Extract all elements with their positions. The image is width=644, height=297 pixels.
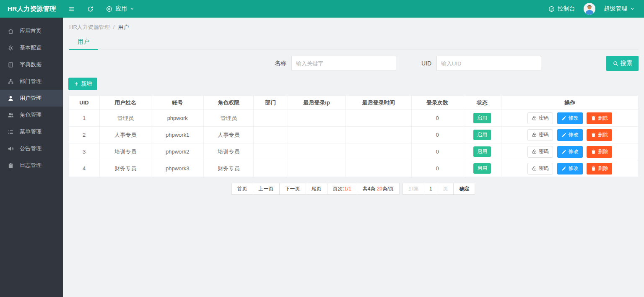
cell-status: 启用 — [463, 160, 501, 177]
sidebar-item-user[interactable]: 用户管理 — [0, 90, 63, 107]
breadcrumb-root[interactable]: HR人力资源管理 — [69, 24, 110, 30]
password-button[interactable]: 密码 — [527, 112, 553, 124]
plus-icon — [74, 81, 79, 86]
main-content: HR人力资源管理/用户 用户 名称 UID 搜索 新增 UID用户姓名账号角色权… — [63, 18, 644, 297]
user-icon — [8, 95, 14, 102]
add-button[interactable]: 新增 — [68, 78, 97, 90]
column-header: 最后登录ip — [288, 96, 345, 110]
page-last-button[interactable]: 尾页 — [306, 183, 327, 195]
cell-account: phpwork2 — [151, 143, 204, 160]
delete-button[interactable]: 删除 — [587, 129, 612, 141]
sidebar-item-sitemap[interactable]: 部门管理 — [0, 73, 63, 90]
tab-users[interactable]: 用户 — [69, 35, 98, 50]
page-info: 页次:1/1 — [327, 183, 357, 195]
cell-last-login-time — [345, 110, 411, 127]
search-button[interactable]: 搜索 — [606, 56, 639, 71]
password-button[interactable]: 密码 — [527, 129, 553, 141]
sidebar-item-book[interactable]: 字典数据 — [0, 56, 63, 73]
total-info: 共4条 20条/页 — [357, 183, 400, 195]
sidebar-item-speaker[interactable]: 公告管理 — [0, 140, 63, 157]
goto-prefix-label: 到第 — [402, 183, 424, 195]
page-first-button[interactable]: 首页 — [231, 183, 253, 195]
sidebar-item-log[interactable]: 日志管理 — [0, 157, 63, 174]
table-row: 4 财务专员 phpwork3 财务专员 0 启用 密码 修改 删除 — [69, 160, 639, 177]
column-header: 状态 — [463, 96, 501, 110]
chevron-down-icon — [130, 6, 135, 11]
column-header: 账号 — [151, 96, 204, 110]
sidebar-item-label: 应用首页 — [20, 27, 42, 35]
goto-confirm-button[interactable]: 确定 — [453, 183, 475, 195]
refresh-icon[interactable] — [87, 5, 94, 13]
uid-field-label: UID — [421, 60, 431, 67]
trash-icon — [591, 149, 596, 154]
cell-role: 管理员 — [204, 110, 254, 127]
sidebar-item-label: 部门管理 — [20, 78, 42, 85]
trash-icon — [591, 115, 596, 121]
console-link[interactable]: 控制台 — [548, 5, 575, 13]
cell-last-login-ip — [288, 127, 345, 143]
cell-role: 财务专员 — [204, 160, 254, 177]
sidebar-item-gear[interactable]: 基本配置 — [0, 39, 63, 56]
goto-page-input[interactable] — [424, 183, 437, 195]
pencil-icon — [561, 115, 567, 121]
delete-button[interactable]: 删除 — [587, 163, 612, 175]
lock-icon — [532, 166, 537, 171]
top-bar: HR人力资源管理 应用 控制台 超级管理 — [0, 0, 644, 18]
sidebar-item-users[interactable]: 角色管理 — [0, 107, 63, 123]
page-next-button[interactable]: 下一页 — [279, 183, 306, 195]
avatar-image — [584, 3, 595, 15]
apps-icon — [106, 5, 113, 13]
status-badge: 启用 — [473, 146, 491, 157]
lock-icon — [532, 149, 537, 154]
tab-bar: 用户 — [68, 35, 639, 50]
delete-button[interactable]: 删除 — [587, 112, 612, 124]
avatar[interactable] — [584, 3, 595, 15]
breadcrumb-separator: / — [113, 24, 115, 30]
cell-login-count: 0 — [411, 127, 463, 143]
page-prev-button[interactable]: 上一页 — [253, 183, 280, 195]
pagination: 首页 上一页 下一页 尾页 页次:1/1 共4条 20条/页 到第 页 确定 — [68, 183, 639, 195]
edit-button[interactable]: 修改 — [557, 112, 583, 124]
apps-menu[interactable]: 应用 — [106, 5, 135, 13]
password-button[interactable]: 密码 — [527, 146, 553, 158]
sidebar-item-label: 基本配置 — [20, 44, 42, 52]
sidebar-item-list[interactable]: 菜单管理 — [0, 123, 63, 140]
cell-uid: 4 — [69, 160, 100, 177]
cell-actions: 密码 修改 删除 — [501, 127, 639, 143]
per-page-value: 20 — [377, 186, 382, 192]
cell-role: 培训专员 — [204, 143, 254, 160]
delete-button[interactable]: 删除 — [587, 146, 612, 158]
chevron-down-icon — [630, 6, 635, 11]
edit-button[interactable]: 修改 — [557, 146, 583, 158]
lock-icon — [532, 115, 537, 121]
cell-last-login-time — [345, 143, 411, 160]
sidebar-item-label: 字典数据 — [20, 61, 42, 68]
column-header: 登录次数 — [411, 96, 463, 110]
breadcrumb-current: 用户 — [118, 24, 129, 30]
cell-last-login-time — [345, 160, 411, 177]
uid-search-input[interactable] — [436, 56, 541, 71]
cell-status: 启用 — [463, 110, 501, 127]
sitemap-icon — [8, 78, 14, 85]
edit-button[interactable]: 修改 — [557, 129, 583, 141]
sidebar-item-home[interactable]: 应用首页 — [0, 23, 63, 39]
status-badge: 启用 — [473, 130, 491, 140]
trash-icon — [591, 166, 596, 171]
search-bar: 名称 UID 搜索 — [68, 56, 639, 71]
column-header: 角色权限 — [204, 96, 254, 110]
edit-button[interactable]: 修改 — [557, 163, 583, 175]
cell-actions: 密码 修改 删除 — [501, 110, 639, 127]
cell-department — [254, 110, 288, 127]
cell-department — [254, 127, 288, 143]
cell-status: 启用 — [463, 143, 501, 160]
menu-fold-icon[interactable] — [68, 5, 75, 13]
cell-last-login-time — [345, 127, 411, 143]
admin-menu[interactable]: 超级管理 — [604, 5, 635, 13]
cell-department — [254, 143, 288, 160]
name-search-input[interactable] — [291, 56, 396, 71]
pencil-icon — [561, 149, 567, 154]
users-icon — [8, 112, 14, 118]
sidebar-item-label: 公告管理 — [20, 145, 42, 152]
cell-name: 财务专员 — [100, 160, 151, 177]
password-button[interactable]: 密码 — [527, 163, 553, 175]
